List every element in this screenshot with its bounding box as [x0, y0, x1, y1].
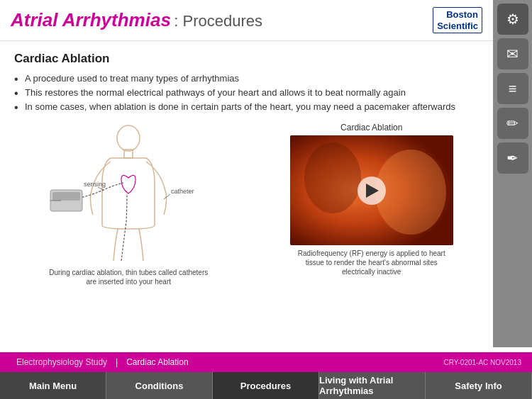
- header-title-area: Atrial Arrhythmias : Procedures: [11, 9, 262, 31]
- body-diagram-container: sensing catheter During cardiac ablation…: [14, 123, 243, 286]
- tab-main-menu[interactable]: Main Menu: [0, 372, 106, 399]
- tab-procedures[interactable]: Procedures: [213, 372, 319, 399]
- svg-point-0: [117, 125, 140, 151]
- svg-point-11: [304, 142, 361, 213]
- pencil-button[interactable]: ✒: [497, 142, 528, 174]
- pencil-icon: ✒: [506, 150, 519, 167]
- bottom-tabs: Main Menu Conditions Procedures Living w…: [0, 372, 532, 399]
- video-container: Cardiac Ablation: [257, 123, 487, 276]
- bullet-item-1: A procedure used to treat many types of …: [14, 73, 486, 84]
- page-title: Atrial Arrhythmias: [11, 9, 171, 30]
- play-icon: [366, 184, 379, 198]
- bullet-list: A procedure used to treat many types of …: [14, 73, 486, 112]
- body-svg: sensing catheter: [47, 123, 210, 264]
- svg-point-10: [375, 150, 446, 235]
- video-title: Cardiac Ablation: [340, 123, 402, 133]
- logo-text: Boston Scientific: [437, 9, 478, 31]
- pen-icon: ✏: [506, 115, 519, 132]
- sub-nav: Electrophysiology Study | Cardiac Ablati…: [0, 352, 532, 372]
- sidebar: ⚙ ✉ ≡ ✏ ✒: [493, 0, 532, 347]
- diagram-caption: During cardiac ablation, thin tubes call…: [47, 268, 210, 286]
- list-icon: ≡: [509, 81, 517, 97]
- sub-nav-code: CRY-0201-AC NOV2013: [443, 359, 521, 366]
- bullet-item-2: This restores the normal electrical path…: [14, 87, 486, 98]
- body-diagram: sensing catheter: [47, 123, 210, 264]
- page-subtitle: : Procedures: [174, 12, 262, 30]
- envelope-icon: ✉: [506, 45, 519, 62]
- logo-line1: Boston: [446, 9, 478, 21]
- pen-button[interactable]: ✏: [497, 108, 528, 139]
- main-content: Cardiac Ablation A procedure used to tre…: [0, 41, 532, 325]
- bullet-item-3: In some cases, when ablation is done in …: [14, 101, 486, 112]
- sub-nav-item-2[interactable]: Cardiac Ablation: [121, 357, 194, 367]
- tab-conditions[interactable]: Conditions: [106, 372, 213, 399]
- logo-line2: Scientific: [437, 21, 478, 32]
- list-button[interactable]: ≡: [497, 73, 528, 104]
- svg-text:catheter: catheter: [171, 188, 194, 195]
- video-caption: Radiofrequency (RF) energy is applied to…: [290, 249, 453, 276]
- tab-living[interactable]: Living with Atrial Arrhythmias: [319, 372, 426, 399]
- envelope-button[interactable]: ✉: [497, 38, 528, 69]
- gear-icon: ⚙: [506, 11, 519, 28]
- svg-text:sensing: sensing: [84, 181, 106, 188]
- video-thumbnail[interactable]: [290, 135, 453, 245]
- svg-line-8: [164, 194, 170, 199]
- tab-safety[interactable]: Safety Info: [426, 372, 532, 399]
- sub-nav-item-1[interactable]: Electrophysiology Study: [11, 357, 113, 367]
- play-button[interactable]: [358, 176, 386, 205]
- images-row: sensing catheter During cardiac ablation…: [14, 123, 486, 286]
- header: Atrial Arrhythmias : Procedures Boston S…: [0, 0, 532, 41]
- section-title: Cardiac Ablation: [14, 52, 486, 66]
- gear-button[interactable]: ⚙: [497, 4, 528, 35]
- logo: Boston Scientific: [433, 7, 482, 33]
- sub-nav-divider: |: [116, 357, 118, 367]
- svg-rect-3: [52, 192, 80, 201]
